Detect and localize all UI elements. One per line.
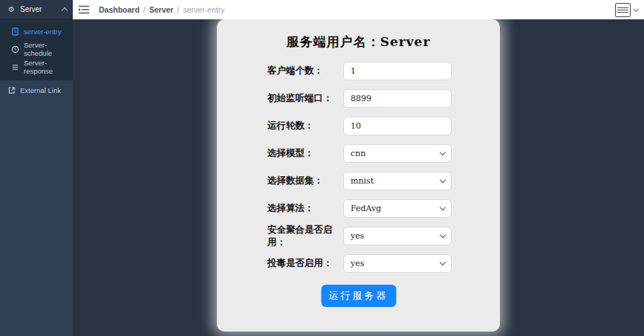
algorithm-select-value: FedAvg xyxy=(351,204,381,213)
form-row-listen-port: 初始监听端口： xyxy=(267,89,452,108)
form-row-model: 选择模型： cnn xyxy=(267,144,452,163)
field-label: 选择数据集： xyxy=(267,175,343,187)
document-icon xyxy=(11,28,19,36)
sidebar-item-server-entry[interactable]: server-entry xyxy=(0,22,73,40)
top-navbar: Dashboard / Server / server-entry xyxy=(73,0,644,19)
poisoning-select-value: yes xyxy=(351,259,364,268)
breadcrumb-server[interactable]: Server xyxy=(149,5,174,14)
avatar[interactable] xyxy=(615,3,631,17)
page-title: 服务端用户名：Server xyxy=(217,19,500,51)
external-link-icon xyxy=(7,86,16,94)
form-row-secure-aggregation: 安全聚合是否启用： yes xyxy=(267,227,452,245)
breadcrumb-separator: / xyxy=(177,5,179,14)
listen-port-input[interactable] xyxy=(343,89,452,108)
model-select[interactable]: cnn xyxy=(343,144,452,163)
secure-aggregation-select[interactable]: yes xyxy=(343,227,452,245)
list-icon xyxy=(11,63,19,71)
chevron-down-icon xyxy=(440,149,446,155)
navbar-right xyxy=(615,3,644,17)
chevron-up-icon xyxy=(62,7,68,13)
field-label: 选择算法： xyxy=(267,202,343,215)
form-row-rounds: 运行轮数： xyxy=(267,117,452,135)
chevron-down-icon xyxy=(440,204,446,210)
breadcrumb: Dashboard / Server / server-entry xyxy=(99,5,224,14)
rounds-input[interactable] xyxy=(343,117,452,135)
algorithm-select[interactable]: FedAvg xyxy=(343,199,452,218)
chevron-down-icon xyxy=(440,259,446,265)
server-form: 客户端个数： 初始监听端口： 运行轮数： 选择模型： cnn 选择数据集： mn… xyxy=(267,62,452,282)
form-row-algorithm: 选择算法： FedAvg xyxy=(267,199,452,218)
dataset-select[interactable]: mnist xyxy=(343,172,452,190)
clock-icon xyxy=(11,45,19,54)
dataset-select-value: mnist xyxy=(351,176,374,186)
form-row-dataset: 选择数据集： mnist xyxy=(267,172,452,190)
sidebar-item-label: server-entry xyxy=(24,28,62,36)
model-select-value: cnn xyxy=(351,149,365,158)
sidebar-item-external-link[interactable]: External Link xyxy=(0,80,73,100)
breadcrumb-current: server-entry xyxy=(183,5,224,14)
field-label: 运行轮数： xyxy=(267,120,343,132)
server-form-card: 服务端用户名：Server 客户端个数： 初始监听端口： 运行轮数： 选择模型：… xyxy=(217,19,500,332)
field-label: 客户端个数： xyxy=(267,65,343,77)
secure-aggregation-select-value: yes xyxy=(351,231,364,241)
sidebar-submenu: server-entry Server-schedule Server-resp… xyxy=(0,19,73,80)
field-label: 投毒是否启用： xyxy=(267,257,343,270)
breadcrumb-dashboard[interactable]: Dashboard xyxy=(99,5,140,14)
server-menu-icon: ⚙ xyxy=(8,6,15,13)
breadcrumb-separator: / xyxy=(143,5,146,14)
field-label: 安全聚合是否启用： xyxy=(267,224,343,249)
field-label: 选择模型： xyxy=(267,147,343,160)
sidebar-item-label: Server-response xyxy=(24,59,73,75)
form-row-poisoning: 投毒是否启用： yes xyxy=(267,254,452,273)
form-row-client-count: 客户端个数： xyxy=(267,62,452,80)
sidebar-item-label: External Link xyxy=(20,86,61,94)
sidebar-menu-server[interactable]: ⚙ Server xyxy=(0,0,73,19)
caret-down-icon[interactable] xyxy=(634,6,639,11)
sidebar-item-label: Server-schedule xyxy=(24,41,73,57)
sidebar-item-server-schedule[interactable]: Server-schedule xyxy=(0,40,73,58)
client-count-input[interactable] xyxy=(343,62,452,80)
sidebar-item-server-response[interactable]: Server-response xyxy=(0,58,73,76)
chevron-down-icon xyxy=(440,232,446,238)
sidebar-menu-label: Server xyxy=(20,5,42,13)
sidebar: ⚙ Server server-entry Server-schedule xyxy=(0,0,73,336)
chevron-down-icon xyxy=(440,177,446,183)
run-server-button[interactable]: 运行服务器 xyxy=(321,285,396,307)
field-label: 初始监听端口： xyxy=(267,92,343,105)
poisoning-select[interactable]: yes xyxy=(343,254,452,273)
hamburger-icon[interactable] xyxy=(79,5,89,14)
